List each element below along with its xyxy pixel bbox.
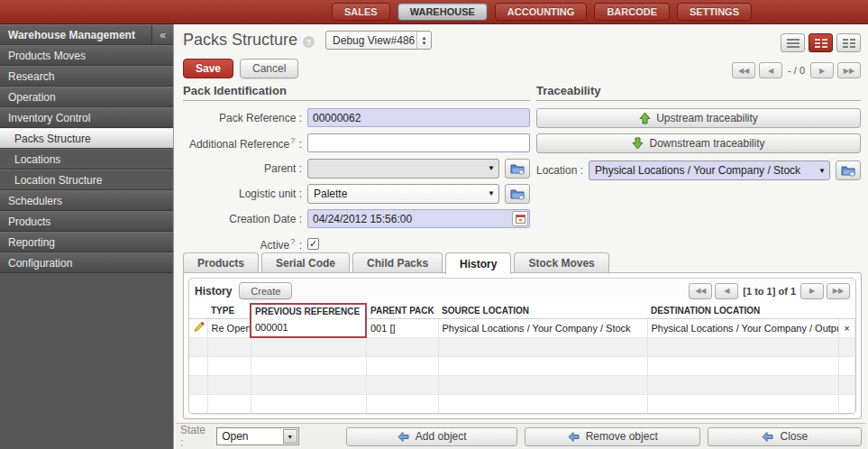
form-view-icon[interactable] [809,33,833,52]
last-page-button[interactable]: ▶▶ [827,283,850,299]
page-header: Packs Structure ? Debug View#486 ▲▼ [183,31,432,50]
active-label: Active? : [183,237,302,252]
field-creation-date: Creation Date : 04/24/2012 15:56:00 [183,209,530,228]
first-record-button[interactable]: ◀◀ [732,62,755,78]
sidebar-item-location-structure[interactable]: Location Structure [0,170,173,190]
logistic-unit-open-button[interactable] [505,184,530,204]
tab-stock-moves[interactable]: Stock Moves [514,252,608,273]
close-button[interactable]: Close [708,427,862,446]
column-previous-reference[interactable]: PREVIOUS REFERENCE [251,304,366,318]
first-page-button[interactable]: ◀◀ [689,283,712,299]
tab-serial-code[interactable]: Serial Code [261,252,350,273]
delete-column-header [839,304,855,318]
upstream-traceability-button[interactable]: Upstream traceability [536,108,861,128]
chevron-down-icon: ▼ [283,429,297,444]
list-view-icon[interactable] [781,33,805,52]
parent-select[interactable]: ▼ [307,159,499,179]
folder-icon [510,162,525,175]
parent-open-button[interactable] [505,159,530,179]
cell-destination-location: Physical Locations / Your Company / Outp… [647,318,839,337]
last-record-button[interactable]: ▶▶ [837,62,861,78]
traceability-group: Traceability Upstream traceability Downs… [536,84,861,180]
next-record-button[interactable]: ▶ [810,62,834,78]
sidebar-item-locations[interactable]: Locations [0,149,173,170]
remove-object-button[interactable]: Remove object [525,427,700,446]
cancel-button[interactable]: Cancel [240,59,298,78]
debug-view-selector[interactable]: Debug View#486 ▲▼ [325,31,432,50]
sidebar-item-products[interactable]: Products [0,211,173,232]
tab-history[interactable]: History [445,252,511,274]
calendar-icon[interactable] [512,211,528,226]
menu-barcode[interactable]: BARCODE [594,3,670,21]
sidebar-item-products-moves[interactable]: Products Moves [0,45,173,66]
empty-row [189,356,855,375]
history-toolbar: History Create ◀◀ ◀ [1 to 1] of 1 ▶ ▶▶ [189,279,855,303]
column-destination-location[interactable]: DESTINATION LOCATION [647,304,839,318]
save-button[interactable]: Save [183,59,233,78]
history-pager: ◀◀ ◀ [1 to 1] of 1 ▶ ▶▶ [689,283,850,299]
create-button[interactable]: Create [239,282,292,299]
downstream-traceability-button[interactable]: Downstream traceability [536,133,861,153]
arrow-down-icon [632,137,644,150]
page-title: Packs Structure [183,31,297,50]
sidebar-item-research[interactable]: Research [0,66,173,87]
diagram-view-icon[interactable] [836,33,861,52]
table-row[interactable]: Re Open 000001 001 [] Physical Locations… [189,318,855,337]
edit-cell[interactable] [189,318,207,337]
sidebar-item-operation[interactable]: Operation [0,87,173,107]
field-pack-reference: Pack Reference : 00000062 [183,108,530,127]
sidebar-collapse-button[interactable]: « [151,25,173,44]
empty-row [189,337,855,356]
sidebar-item-schedulers[interactable]: Schedulers [0,190,173,211]
sidebar-item-configuration[interactable]: Configuration [0,252,173,273]
additional-reference-input[interactable] [307,133,530,152]
cell-previous-reference: 000001 [251,318,366,337]
empty-row [189,394,855,413]
edit-column-header [189,304,207,318]
column-parent-pack[interactable]: PARENT PACK [366,304,438,318]
menu-sales[interactable]: SALES [332,3,390,21]
add-object-button[interactable]: Add object [346,427,517,446]
pencil-icon [193,321,205,333]
sidebar-item-inventory-control[interactable]: Inventory Control [0,107,173,128]
additional-reference-label: Additional Reference? : [183,136,302,151]
parent-label: Parent : [183,162,302,175]
tab-child-packs[interactable]: Child Packs [352,252,443,273]
delete-row-icon[interactable]: × [839,318,855,337]
help-icon[interactable]: ? [303,36,315,48]
sidebar-item-reporting[interactable]: Reporting [0,232,173,252]
menu-accounting[interactable]: ACCOUNTING [495,3,588,21]
location-select[interactable]: Physical Locations / Your Company / Stoc… [589,160,830,180]
sidebar: Warehouse Management « Products Moves Re… [0,24,174,449]
pack-reference-input[interactable]: 00000062 [307,108,530,127]
menu-warehouse[interactable]: WAREHOUSE [397,3,488,21]
field-logistic-unit: Logistic unit : Palette ▼ [183,184,530,203]
cell-source-location: Physical Locations / Your Company / Stoc… [438,318,647,337]
table-header-row: TYPE PREVIOUS REFERENCE PARENT PACK SOUR… [189,304,855,318]
group-title-traceability: Traceability [536,84,861,101]
previous-page-button[interactable]: ◀ [715,283,738,299]
history-tab-panel: History Create ◀◀ ◀ [1 to 1] of 1 ▶ ▶▶ [183,272,862,419]
sidebar-item-packs-structure[interactable]: Packs Structure [0,128,173,149]
footer-bar: State : Open ▼ Add object Remove object … [176,423,866,449]
creation-date-input[interactable]: 04/24/2012 15:56:00 [307,209,530,228]
column-source-location[interactable]: SOURCE LOCATION [438,304,647,318]
location-open-button[interactable] [836,160,861,180]
column-type[interactable]: TYPE [207,304,251,318]
chevron-down-icon: ▼ [484,189,498,197]
logistic-unit-select[interactable]: Palette ▼ [307,184,499,204]
state-select[interactable]: Open ▼ [216,427,299,445]
menu-settings[interactable]: SETTINGS [677,3,752,21]
group-title-pack-identification: Pack Identification [183,84,530,101]
top-navigation-bar: SALES WAREHOUSE ACCOUNTING BARCODE SETTI… [0,0,868,24]
previous-record-button[interactable]: ◀ [759,62,782,78]
active-checkbox[interactable]: ✓ [307,238,319,250]
logistic-unit-label: Logistic unit : [183,188,302,200]
field-active: Active? : ✓ [183,234,530,253]
record-counter: - / 0 [786,65,807,76]
history-list: History Create ◀◀ ◀ [1 to 1] of 1 ▶ ▶▶ [188,278,856,414]
field-location: Location : Physical Locations / Your Com… [536,160,861,180]
sidebar-header: Warehouse Management « [0,24,173,45]
next-page-button[interactable]: ▶ [800,283,824,299]
tab-products[interactable]: Products [183,252,259,273]
